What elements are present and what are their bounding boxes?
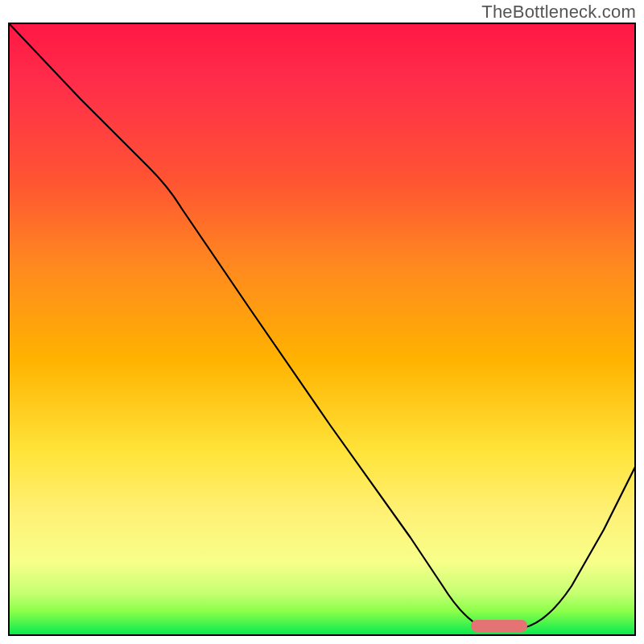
plot-frame — [9, 23, 635, 635]
marker-layer — [8, 23, 636, 636]
chart-container: TheBottleneck.com — [0, 0, 644, 644]
optimal-marker-rect — [471, 620, 527, 632]
watermark-label: TheBottleneck.com — [481, 2, 636, 23]
plot-area — [8, 23, 636, 636]
